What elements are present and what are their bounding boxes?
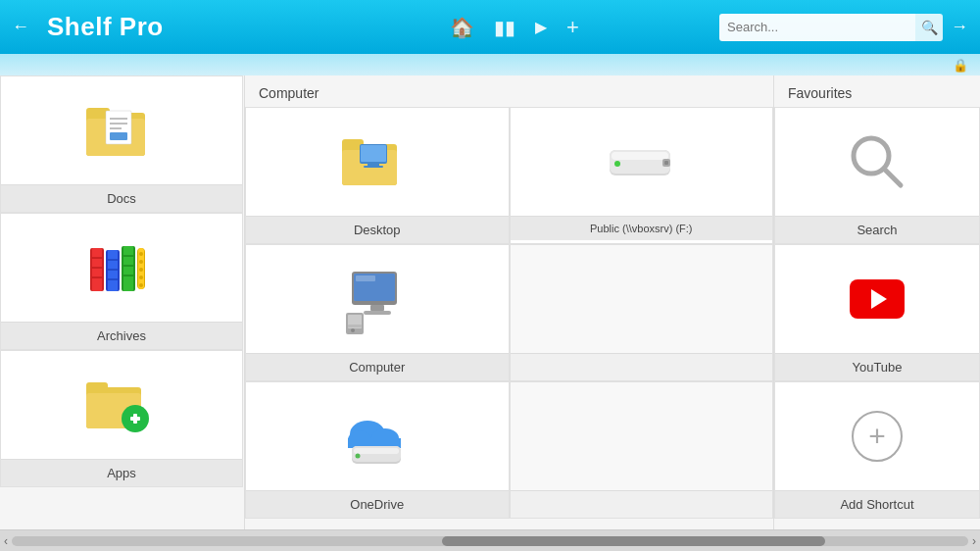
archives-icon (82, 228, 161, 307)
home-icon[interactable]: 🏠 (450, 16, 474, 39)
list-item[interactable]: Computer (245, 244, 510, 381)
svg-rect-52 (356, 276, 375, 281)
svg-rect-7 (110, 132, 127, 140)
docs-label: Docs (1, 184, 242, 212)
search-box: 🔍 (719, 14, 943, 41)
svg-rect-65 (354, 448, 399, 454)
search-input[interactable] (719, 14, 915, 41)
forward-button[interactable]: → (951, 17, 968, 37)
search-fav-label: Search (775, 216, 979, 243)
svg-point-66 (355, 454, 360, 459)
header-right: 🔍 → (719, 14, 968, 41)
svg-point-57 (351, 328, 355, 332)
computer-grid: Desktop (245, 107, 773, 519)
apps-label: Apps (1, 459, 242, 486)
list-item[interactable]: Docs (0, 75, 243, 213)
svg-line-68 (884, 169, 901, 185)
desktop-label: Desktop (246, 216, 509, 243)
app-title: Shelf Pro (47, 12, 164, 42)
apps-icon-area (1, 351, 242, 459)
svg-rect-53 (370, 305, 384, 311)
list-item[interactable]: + Add Shortcut (774, 381, 980, 519)
svg-point-25 (139, 252, 143, 256)
computer-icon-area (246, 245, 509, 353)
onedrive-icon (338, 397, 416, 476)
svg-rect-19 (123, 246, 133, 291)
svg-rect-14 (108, 250, 118, 291)
youtube-triangle (871, 289, 887, 309)
computer-label: Computer (246, 353, 509, 380)
back-button[interactable]: ← (12, 17, 29, 37)
list-item[interactable]: YouTube (774, 244, 980, 381)
public-drive-icon-area (511, 108, 773, 216)
scroll-right-button[interactable]: › (972, 534, 976, 548)
list-item[interactable]: Archives (0, 213, 243, 350)
list-item[interactable]: OneDrive (245, 381, 510, 519)
favourites-section-title: Favourites (774, 75, 980, 107)
svg-rect-47 (664, 161, 668, 165)
apps-folder-icon (82, 366, 161, 444)
svg-rect-9 (92, 248, 102, 291)
search-button[interactable]: 🔍 (915, 14, 943, 41)
add-shortcut-icon-area: + (775, 382, 979, 490)
svg-point-28 (139, 276, 143, 279)
search-favourite-icon (842, 126, 912, 197)
svg-rect-42 (364, 166, 383, 168)
header-left: ← Shelf Pro (12, 12, 164, 42)
folder-docs-icon (82, 91, 161, 170)
add-icon[interactable]: + (566, 15, 579, 40)
header-nav: 🏠 ▮▮ ▶ + (401, 15, 579, 40)
svg-point-29 (139, 283, 143, 287)
archives-icon-area (1, 214, 242, 322)
public-drive-label: Public (\\vboxsrv) (F:) (511, 216, 773, 240)
onedrive-label: OneDrive (246, 490, 509, 518)
archives-label: Archives (1, 322, 242, 349)
onedrive-icon-area (246, 382, 509, 490)
list-item[interactable]: Apps (0, 350, 243, 487)
lock-icon: 🔒 (953, 58, 968, 73)
svg-point-26 (139, 260, 143, 264)
youtube-icon-area (775, 245, 979, 353)
youtube-label: YouTube (775, 353, 979, 380)
left-panel: Docs (0, 75, 245, 529)
header: ← Shelf Pro 🏠 ▮▮ ▶ + 🔍 → (0, 0, 980, 54)
svg-point-48 (614, 161, 620, 167)
svg-rect-35 (133, 414, 137, 424)
subheader: 🔒 (0, 54, 980, 75)
svg-rect-54 (364, 311, 391, 315)
scrollbar-track[interactable] (12, 536, 968, 546)
svg-rect-45 (612, 152, 668, 160)
play-icon[interactable]: ▶ (535, 18, 547, 36)
computer-section-title: Computer (245, 75, 773, 107)
desktop-icon-area (246, 108, 509, 216)
scroll-left-button[interactable]: ‹ (4, 534, 8, 548)
scrollbar-thumb[interactable] (442, 536, 824, 546)
add-shortcut-circle: + (852, 411, 903, 462)
center-panel: Computer Desktop (245, 75, 774, 529)
search-fav-icon-area (775, 108, 979, 216)
computer-icon (338, 260, 416, 338)
list-item[interactable]: Desktop (245, 107, 510, 244)
external-drive-icon (602, 123, 680, 201)
scrollbar-container: ‹ › (0, 529, 980, 551)
empty-slot (511, 245, 773, 353)
video-icon[interactable]: ▮▮ (494, 16, 515, 39)
right-panel: Favourites Search YouTube + (774, 75, 980, 529)
main-content: Docs (0, 75, 980, 529)
svg-rect-40 (361, 145, 386, 162)
list-item (510, 381, 774, 519)
docs-icon-area (1, 76, 242, 184)
list-item (510, 244, 774, 381)
svg-rect-31 (86, 382, 108, 392)
list-item[interactable]: Search (774, 107, 980, 244)
svg-rect-58 (348, 325, 362, 327)
desktop-folder-icon (338, 123, 416, 201)
youtube-play-button (850, 279, 905, 319)
list-item[interactable]: Public (\\vboxsrv) (F:) (510, 107, 774, 244)
add-shortcut-label: Add Shortcut (775, 490, 979, 518)
svg-point-27 (139, 268, 143, 272)
